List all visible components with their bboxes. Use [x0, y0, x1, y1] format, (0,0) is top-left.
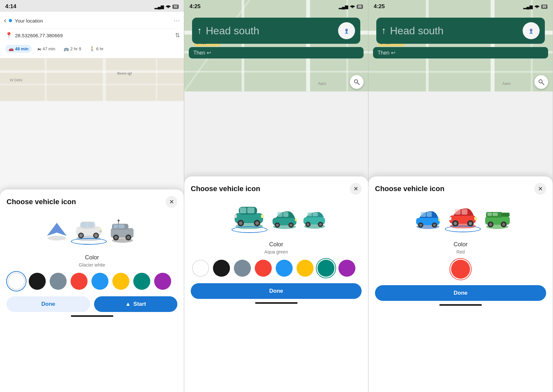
home-indicator-3: [439, 304, 482, 306]
color-white-2[interactable]: [192, 260, 209, 277]
close-button-3[interactable]: ✕: [534, 183, 546, 195]
close-button-2[interactable]: ✕: [350, 183, 362, 195]
vehicle-teal-small[interactable]: [301, 207, 328, 229]
color-white-1[interactable]: [8, 273, 25, 290]
color-blue-1[interactable]: [91, 273, 108, 290]
svg-point-30: [114, 236, 118, 239]
svg-point-106: [454, 222, 457, 225]
svg-rect-104: [462, 209, 467, 215]
svg-text:Aaro: Aaro: [318, 81, 326, 86]
svg-rect-62: [277, 212, 283, 217]
vehicle-gray-truck[interactable]: [109, 219, 136, 243]
svg-point-67: [290, 224, 292, 226]
svg-rect-109: [474, 217, 477, 220]
more-button[interactable]: ⋯: [173, 17, 180, 24]
signal-icon-1: ▂▄▆: [155, 4, 164, 9]
from-input[interactable]: [15, 18, 171, 24]
done-button-3[interactable]: Done: [375, 285, 546, 301]
search-button-2[interactable]: [350, 75, 364, 89]
color-black-1[interactable]: [29, 273, 46, 290]
color-purple-2[interactable]: [338, 260, 355, 277]
car-time: 48 min: [15, 46, 28, 51]
to-input[interactable]: [15, 33, 172, 38]
back-button-1[interactable]: ‹: [4, 16, 6, 25]
transport-car[interactable]: 🚗 48 min: [5, 45, 32, 53]
then-text-2: Then ↩: [193, 50, 211, 56]
color-red-3[interactable]: [451, 260, 470, 279]
color-label-1: Color: [7, 254, 177, 261]
phone-panel-2: 4:25 ▂▄▆ 89 14020 Aaro: [184, 0, 368, 392]
close-button-1[interactable]: ✕: [166, 196, 177, 208]
vehicle-arrow[interactable]: [45, 221, 68, 241]
nav-from-row: ‹ ⋯: [4, 14, 180, 27]
svg-rect-28: [119, 224, 124, 228]
wifi-icon-3: [534, 4, 540, 9]
transport-bus[interactable]: 🚌 2 hr 9: [60, 45, 84, 53]
transport-bar: 🚗 48 min 🏍 47 min 🚌 2 hr 9 🚶 6 hr: [4, 42, 180, 56]
color-gray-1[interactable]: [50, 273, 67, 290]
search-button-3[interactable]: [534, 75, 548, 89]
bike-time: 47 min: [42, 46, 55, 51]
start-label: Start: [133, 301, 146, 307]
color-teal-1[interactable]: [133, 273, 150, 290]
start-button-1[interactable]: ▲ Start: [94, 296, 178, 312]
svg-rect-71: [307, 212, 312, 216]
color-purple-1[interactable]: [154, 273, 171, 290]
battery-badge-3: 89: [541, 5, 547, 9]
color-sublabel-2: Aqua green: [191, 249, 362, 254]
vehicle-green-truck[interactable]: [483, 207, 511, 229]
status-icons-3: ▂▄▆ 89: [523, 4, 547, 9]
svg-point-97: [419, 224, 422, 226]
color-gray-2[interactable]: [234, 260, 251, 277]
phone-panel-3: 4:25 ▂▄▆ 89 14020 Aaro ↑ Head: [368, 0, 553, 392]
color-grid-1: [7, 273, 177, 290]
transport-walk[interactable]: 🚶 6 hr: [86, 45, 106, 53]
color-label-2: Color: [191, 241, 362, 248]
color-red-1[interactable]: [71, 273, 88, 290]
svg-rect-94: [421, 212, 426, 217]
direction-arrow-icon-2: ↑: [197, 25, 202, 36]
svg-point-120: [502, 223, 505, 226]
color-black-2[interactable]: [213, 260, 230, 277]
from-dot: [9, 19, 12, 22]
mic-button-3[interactable]: [523, 22, 540, 39]
done-button-2[interactable]: Done: [191, 283, 362, 299]
color-blue-2[interactable]: [276, 260, 293, 277]
svg-marker-9: [47, 223, 67, 236]
color-teal-2[interactable]: [317, 260, 334, 277]
vehicle-white-suv[interactable]: [71, 217, 107, 245]
direction-text-3: Head south: [390, 25, 444, 37]
svg-point-74: [307, 223, 309, 226]
svg-rect-27: [113, 224, 118, 228]
swap-icon[interactable]: ⇅: [175, 32, 180, 39]
svg-line-48: [357, 83, 359, 85]
vehicle-teal-sports[interactable]: [270, 207, 299, 229]
svg-point-8: [48, 236, 66, 240]
phone-panel-1: 4:14 ▂▄▆ 90 ‹ ⋯ 📍 ⇅ 🚗 48 min: [0, 0, 184, 392]
svg-rect-59: [234, 215, 237, 218]
signal-icon-2: ▂▄▆: [339, 4, 348, 9]
svg-rect-114: [501, 213, 510, 217]
done-button-1[interactable]: Done: [7, 296, 90, 312]
color-yellow-1[interactable]: [112, 273, 129, 290]
direction-text-2: Head south: [206, 25, 259, 37]
vehicle-teal-suv-main[interactable]: [232, 203, 268, 233]
svg-point-46: [346, 29, 347, 31]
color-grid-2: [191, 260, 362, 277]
color-grid-3: [375, 260, 546, 279]
svg-rect-100: [438, 219, 440, 221]
transport-bike[interactable]: 🏍 47 min: [34, 45, 58, 53]
color-yellow-2[interactable]: [297, 260, 314, 277]
svg-point-108: [469, 222, 472, 225]
color-red-2[interactable]: [255, 260, 272, 277]
vehicle-red-car[interactable]: [445, 204, 481, 232]
status-time-3: 4:25: [374, 3, 385, 10]
svg-point-32: [127, 236, 130, 239]
svg-rect-110: [449, 217, 451, 220]
vehicle-blue-car[interactable]: [414, 207, 442, 229]
nav-bar-1: ‹ ⋯ 📍 ⇅ 🚗 48 min 🏍 47 min 🚌 2 hr 9: [0, 12, 184, 58]
wifi-icon-2: [350, 4, 355, 9]
svg-rect-21: [99, 230, 102, 232]
mic-button-2[interactable]: [338, 22, 355, 39]
svg-rect-52: [240, 207, 246, 213]
